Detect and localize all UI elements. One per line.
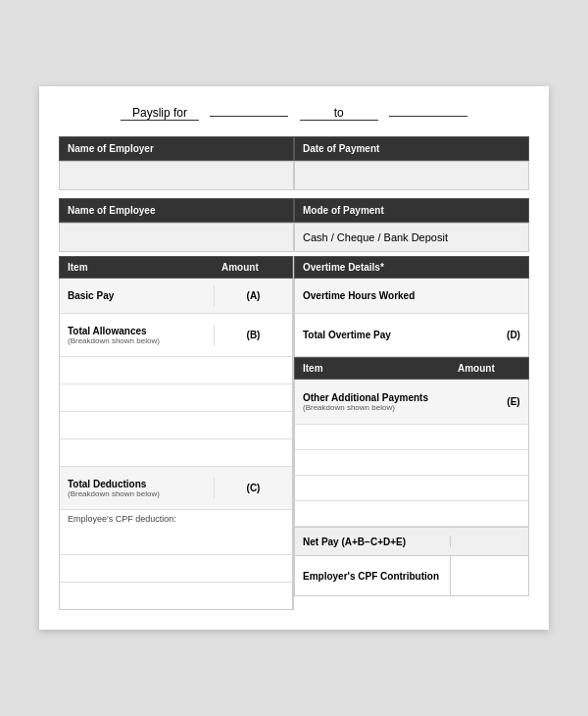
right-empty-1 (294, 425, 529, 450)
other-payments-code: (E) (499, 391, 528, 412)
empty-row-3 (59, 412, 293, 439)
bottom-empty-row-1 (59, 528, 293, 555)
ot-hours-value[interactable] (440, 291, 499, 301)
bottom-empty-row-2 (59, 555, 293, 583)
ot-pay-row: Total Overtime Pay (D) (294, 314, 529, 357)
deductions-label-group: Total Deductions (Breakdown shown below) (60, 474, 214, 503)
mode-payment-header: Mode of Payment (294, 198, 529, 223)
other-payments-row: Other Additional Payments (Breakdown sho… (294, 380, 529, 425)
net-pay-row: Net Pay (A+B−C+D+E) (294, 527, 529, 556)
left-table-header: Item Amount (59, 256, 293, 279)
empty-row-2 (59, 384, 293, 412)
amount-col-header: Amount (214, 257, 292, 278)
allowances-code: (B) (214, 325, 292, 345)
ot-pay-code: (D) (499, 325, 528, 345)
employer-cpf-row: Employer's CPF Contribution (294, 556, 529, 596)
ot-pay-label: Total Overtime Pay (295, 325, 440, 345)
employer-cpf-label: Employer's CPF Contribution (295, 565, 450, 588)
employer-value[interactable] (59, 161, 294, 190)
ot-hours-code (499, 291, 528, 301)
other-payments-header: Item Amount (294, 357, 529, 380)
date-from-line (210, 116, 288, 117)
other-payments-value[interactable] (450, 397, 499, 407)
deductions-label: Total Deductions (68, 479, 206, 489)
deductions-sublabel: (Breakdown shown below) (68, 489, 206, 498)
basic-pay-row: Basic Pay (A) (59, 279, 293, 314)
other-payments-label: Other Additional Payments (303, 392, 442, 403)
main-content: Item Amount Basic Pay (A) Total Allowanc… (59, 256, 529, 610)
bottom-empty-row-3 (59, 583, 293, 610)
employee-mode-section: Name of Employee Mode of Payment Cash / … (59, 198, 529, 252)
cpf-label: Employee's CPF deduction: (59, 510, 293, 528)
other-payments-label-group: Other Additional Payments (Breakdown sho… (295, 387, 450, 417)
basic-pay-label-group: Basic Pay (60, 285, 214, 306)
employee-value[interactable] (59, 223, 294, 252)
allowances-label-group: Total Allowances (Breakdown shown below) (60, 321, 214, 350)
to-label: to (300, 106, 378, 121)
basic-pay-label: Basic Pay (68, 290, 206, 301)
ot-pay-value[interactable] (440, 331, 499, 340)
right-empty-2 (294, 450, 529, 476)
mode-payment-options: Cash / Cheque / Bank Deposit (294, 223, 529, 252)
item-col-header: Item (60, 257, 214, 278)
employer-date-section: Name of Employer Date of Payment (59, 136, 529, 190)
payslip-title: Payslip for to (59, 106, 529, 121)
date-payment-header: Date of Payment (294, 136, 529, 161)
other-payments-sublabel: (Breakdown shown below) (303, 403, 442, 412)
payslip-page: Payslip for to Name of Employer Date of … (39, 86, 549, 630)
other-item-header: Item (295, 358, 450, 379)
empty-row-4 (59, 439, 293, 467)
title-text: Payslip for (121, 106, 199, 121)
deductions-code: (C) (214, 478, 292, 498)
right-column: Overtime Details* Overtime Hours Worked … (294, 256, 529, 596)
allowances-sublabel: (Breakdown shown below) (68, 336, 206, 345)
total-allowances-row: Total Allowances (Breakdown shown below)… (59, 314, 293, 357)
ot-hours-label: Overtime Hours Worked (295, 285, 440, 306)
allowances-label: Total Allowances (68, 326, 206, 336)
ot-hours-row: Overtime Hours Worked (294, 279, 529, 314)
right-empty-3 (294, 476, 529, 501)
employee-header: Name of Employee (59, 198, 294, 223)
overtime-header: Overtime Details* (294, 256, 529, 279)
net-pay-value[interactable] (450, 536, 528, 547)
date-payment-value[interactable] (294, 161, 529, 190)
right-empty-4 (294, 501, 529, 527)
left-column: Item Amount Basic Pay (A) Total Allowanc… (59, 256, 294, 610)
empty-row-1 (59, 357, 293, 384)
date-to-line (389, 116, 467, 117)
employer-header: Name of Employer (59, 136, 294, 161)
net-pay-label: Net Pay (A+B−C+D+E) (295, 531, 450, 553)
basic-pay-code: (A) (214, 285, 292, 306)
employer-cpf-value[interactable] (450, 556, 528, 595)
other-amount-header: Amount (450, 358, 528, 379)
total-deductions-row: Total Deductions (Breakdown shown below)… (59, 467, 293, 510)
